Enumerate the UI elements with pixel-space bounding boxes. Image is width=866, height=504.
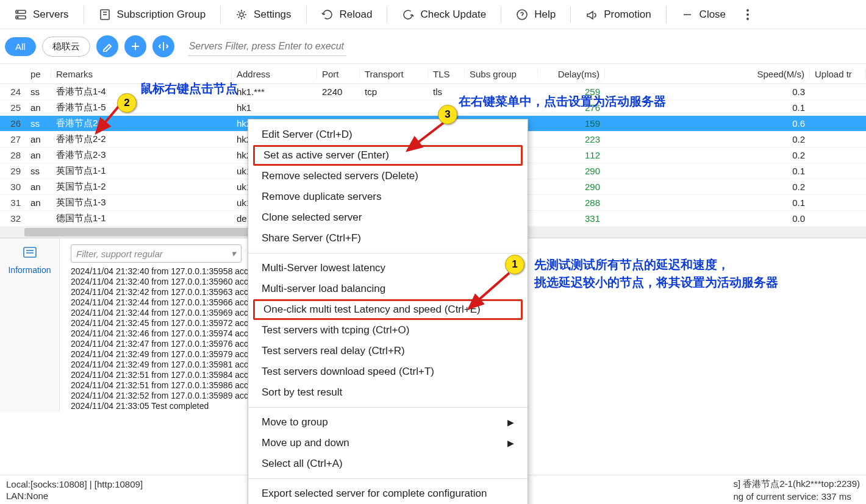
ctx-set-active[interactable]: Set as active server (Enter) — [253, 145, 523, 166]
reload-icon — [321, 9, 334, 21]
col-type[interactable]: pe — [26, 69, 51, 79]
promotion-menu[interactable]: Promotion — [574, 5, 662, 24]
main-toolbar: Servers Subscription Group Settings Relo… — [0, 0, 866, 29]
ctx-dl-speed[interactable]: Test servers download speed (Ctrl+T) — [248, 361, 528, 382]
col-tls[interactable]: TLS — [428, 69, 465, 79]
col-subs[interactable]: Subs group — [465, 69, 538, 79]
servers-label: Servers — [33, 9, 69, 21]
ctx-sort[interactable]: Sort by test result — [248, 382, 528, 403]
gear-icon — [235, 9, 248, 21]
add-button[interactable] — [124, 35, 146, 57]
reload-menu[interactable]: Reload — [310, 5, 384, 24]
ctx-lowest-latency[interactable]: Multi-Server lowest latency — [248, 258, 528, 279]
sub-toolbar: All 稳联云 — [0, 29, 866, 63]
help-label: Help — [534, 9, 556, 21]
ctx-select-all[interactable]: Select all (Ctrl+A) — [248, 453, 528, 474]
ctx-edit[interactable]: Edit Server (Ctrl+D) — [248, 124, 528, 145]
plus-icon — [130, 41, 141, 52]
ctx-remove-dup[interactable]: Remove duplicate servers — [248, 186, 528, 207]
settings-menu[interactable]: Settings — [224, 5, 302, 24]
help-menu[interactable]: Help — [505, 5, 567, 24]
help-icon — [516, 9, 528, 21]
pencil-icon — [102, 41, 113, 52]
edit-button[interactable] — [96, 35, 118, 57]
svg-rect-13 — [24, 247, 36, 257]
context-menu: Edit Server (Ctrl+D) Set as active serve… — [248, 119, 528, 504]
ctx-share[interactable]: Share Server (Ctrl+F) — [248, 228, 528, 249]
svg-point-3 — [17, 16, 18, 18]
col-speed[interactable]: Speed(M/s) — [605, 69, 810, 79]
split-icon — [158, 41, 169, 52]
svg-point-7 — [240, 13, 243, 16]
chevron-right-icon: ▶ — [507, 417, 514, 427]
information-tab-label: Information — [8, 265, 51, 275]
subscription-icon — [99, 9, 111, 21]
info-icon — [21, 244, 38, 261]
status-local: Local:[socks:10808] | [http:10809] — [6, 479, 143, 489]
ctx-load-balancing[interactable]: Multi-server load balancing — [248, 279, 528, 299]
subscription-label: Subscription Group — [117, 9, 206, 21]
status-right-1: s] 香港节点2-1(hk2***top:2239) — [733, 478, 860, 490]
chevron-down-icon: ▾ — [231, 248, 236, 259]
promotion-icon — [585, 9, 598, 21]
filter-group-pill[interactable]: 稳联云 — [42, 37, 90, 57]
col-remarks[interactable]: Remarks — [51, 69, 232, 79]
status-lan: LAN:None — [6, 491, 143, 501]
server-filter-box[interactable] — [188, 37, 346, 56]
ctx-export[interactable]: Export selected server for complete conf… — [248, 483, 528, 504]
promotion-label: Promotion — [604, 9, 651, 21]
log-filter-combo[interactable]: Filter, support regular ▾ — [71, 244, 242, 263]
information-tab[interactable]: Information — [0, 238, 60, 411]
ctx-move-updown[interactable]: Move up and down▶ — [248, 433, 528, 453]
servers-menu[interactable]: Servers — [4, 5, 80, 24]
check-update-label: Check Update — [420, 9, 486, 21]
server-filter-input[interactable] — [188, 37, 346, 56]
log-filter-placeholder: Filter, support regular — [76, 249, 163, 259]
split-button[interactable] — [152, 35, 174, 57]
filter-all-pill[interactable]: All — [5, 37, 36, 56]
svg-point-2 — [17, 11, 18, 12]
status-right-2: ng of current service: 337 ms — [733, 491, 851, 502]
ctx-real-delay[interactable]: Test servers real delay (Ctrl+R) — [248, 341, 528, 361]
reload-label: Reload — [340, 9, 373, 21]
col-transport[interactable]: Transport — [360, 69, 428, 79]
close-label: Close — [700, 9, 726, 21]
ctx-tcping[interactable]: Test servers with tcping (Ctrl+O) — [248, 320, 528, 341]
close-menu[interactable]: Close — [670, 5, 737, 24]
ctx-move-group[interactable]: Move to group▶ — [248, 412, 528, 433]
more-menu[interactable] — [738, 3, 757, 26]
ctx-clone[interactable]: Clone selected server — [248, 207, 528, 228]
settings-label: Settings — [254, 9, 291, 21]
check-update-menu[interactable]: Check Update — [391, 5, 497, 24]
ctx-multi-test[interactable]: One-click multi test Latency and speed (… — [253, 299, 523, 320]
col-upload[interactable]: Upload tr — [810, 69, 866, 79]
minus-icon — [681, 9, 693, 21]
server-row[interactable]: 24ss香港节点1-4hk1.***2240tcptls2590.3 — [0, 84, 866, 100]
servers-icon — [15, 9, 27, 21]
col-delay[interactable]: Delay(ms) — [538, 69, 605, 79]
server-row[interactable]: 25an香港节点1-5hk12760.1 — [0, 100, 866, 116]
subscription-menu[interactable]: Subscription Group — [88, 5, 217, 24]
update-icon — [402, 9, 414, 21]
grid-header: pe Remarks Address Port Transport TLS Su… — [0, 63, 866, 84]
col-port[interactable]: Port — [317, 69, 360, 79]
ctx-remove-selected[interactable]: Remove selected servers (Delete) — [248, 166, 528, 186]
col-address[interactable]: Address — [232, 69, 317, 79]
chevron-right-icon: ▶ — [507, 438, 514, 448]
